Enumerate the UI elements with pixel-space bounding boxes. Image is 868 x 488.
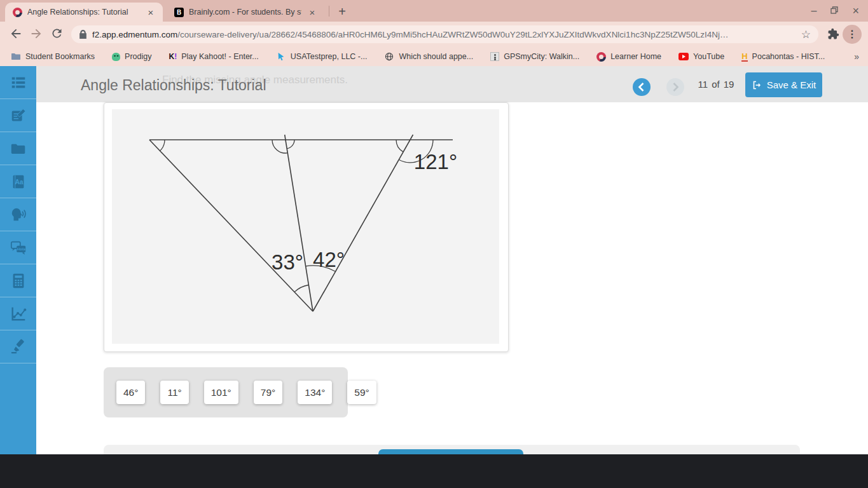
answer-chip-59[interactable]: 59° <box>347 381 376 404</box>
folder-icon <box>10 140 27 158</box>
prodigy-icon <box>112 53 120 61</box>
kahoot-icon: K! <box>169 52 177 61</box>
bookmark-youtube[interactable]: YouTube <box>679 52 724 61</box>
new-tab-button[interactable]: + <box>333 3 351 21</box>
page-title: Angle Relationships: Tutorial <box>81 77 266 94</box>
browser-menu-icon[interactable]: ⋮ <box>843 25 862 44</box>
tab-strip: Angle Relationships: Tutorial × B Brainl… <box>0 0 868 22</box>
sidebar-item-text-to-speech[interactable] <box>0 198 36 231</box>
lesson-header: Find the missing angle measurements. Ang… <box>36 66 868 102</box>
lock-icon <box>79 30 87 39</box>
url-bar[interactable]: f2.app.edmentum.com/courseware-delivery/… <box>71 25 818 43</box>
tab-title: Angle Relationships: Tutorial <box>27 8 140 17</box>
sidebar-item-resources[interactable] <box>0 132 36 165</box>
notes-icon <box>10 107 27 125</box>
sidebar-item-translate[interactable]: Hola <box>0 231 36 264</box>
svg-text:Aa: Aa <box>15 179 23 186</box>
bookmark-usatestprep[interactable]: USATestprep, LLC -... <box>276 51 368 62</box>
youtube-icon <box>679 53 689 60</box>
translate-icon: Hola <box>10 239 27 257</box>
sidebar-item-calculator[interactable] <box>0 264 36 297</box>
bookmark-kahoot[interactable]: K! Play Kahoot! - Enter... <box>169 52 258 61</box>
tab-close-icon[interactable]: × <box>307 7 318 18</box>
text-to-speech-icon <box>10 206 27 224</box>
forward-icon[interactable] <box>29 27 45 42</box>
gpsmycity-icon <box>490 52 499 61</box>
bookmarks-bar: Student Bookmarks Prodigy K! Play Kahoot… <box>0 47 868 66</box>
answer-chip-134[interactable]: 134° <box>298 381 332 404</box>
sidebar-item-notes[interactable] <box>0 99 36 132</box>
angle-figure: 121° 33° 42° <box>112 109 499 344</box>
sidebar-item-progress[interactable] <box>0 297 36 330</box>
answer-chip-101[interactable]: 101° <box>204 381 238 404</box>
answer-chip-46[interactable]: 46° <box>116 381 145 404</box>
browser-toolbar: f2.app.edmentum.com/courseware-delivery/… <box>0 22 868 47</box>
tab-brainly[interactable]: B Brainly.com - For students. By st × <box>167 3 324 22</box>
bookmark-which-should[interactable]: Which should appe... <box>384 51 473 62</box>
angle-label-33: 33° <box>272 250 303 274</box>
tab-angle-relationships[interactable]: Angle Relationships: Tutorial × <box>5 3 163 22</box>
edmentum-icon <box>596 52 606 62</box>
bookmark-pocahontas[interactable]: H Pocahontas - HIST... <box>741 52 825 62</box>
answer-chip-79[interactable]: 79° <box>254 381 282 404</box>
glossary-icon: Aa <box>10 173 27 191</box>
cursor-icon <box>276 51 286 62</box>
lesson-sidebar: Aa Hola <box>0 66 36 454</box>
progress-chart-icon <box>10 305 27 323</box>
restore-icon[interactable] <box>830 0 838 22</box>
angle-label-42: 42° <box>313 248 345 271</box>
sidebar-item-highlighter[interactable] <box>0 330 36 363</box>
brainly-favicon-icon: B <box>174 8 184 17</box>
tab-separator <box>329 6 329 17</box>
chevron-right-icon <box>666 78 684 96</box>
chromeos-shelf: Sign out 1 9:49 <box>0 454 868 488</box>
answer-options-tray: 46° 11° 101° 79° 134° 59° <box>104 367 348 417</box>
close-icon[interactable]: × <box>852 0 859 22</box>
previous-page-button[interactable] <box>633 78 651 96</box>
bookmarks-overflow-chevron[interactable]: » <box>854 51 859 62</box>
url-text: f2.app.edmentum.com/courseware-delivery/… <box>92 30 795 39</box>
next-page-button[interactable] <box>666 78 684 96</box>
answer-chip-11[interactable]: 11° <box>160 381 188 404</box>
minimize-icon[interactable]: – <box>811 0 817 22</box>
angle-label-121: 121° <box>414 150 457 173</box>
svg-text:Hola: Hola <box>17 247 25 251</box>
screen: Angle Relationships: Tutorial × B Brainl… <box>0 0 868 488</box>
save-exit-button[interactable]: Save & Exit <box>745 72 822 97</box>
chevron-left-icon <box>633 78 651 96</box>
globe-icon <box>384 51 394 62</box>
bookmark-star-icon[interactable]: ☆ <box>801 28 811 41</box>
tab-close-icon[interactable]: × <box>145 7 156 18</box>
question-figure-card: 121° 33° 42° <box>104 102 509 352</box>
toc-list-icon <box>10 74 27 92</box>
bookmark-prodigy[interactable]: Prodigy <box>112 52 151 61</box>
sidebar-item-glossary[interactable]: Aa <box>0 165 36 198</box>
edmentum-favicon-icon <box>13 8 22 17</box>
highlighter-icon <box>10 338 27 356</box>
folder-icon <box>11 51 21 62</box>
bookmark-student-bookmarks[interactable]: Student Bookmarks <box>11 51 95 62</box>
calculator-icon <box>10 272 27 290</box>
page-counter: 11of19 <box>691 79 741 90</box>
history-channel-icon: H <box>741 52 747 62</box>
extensions-puzzle-icon[interactable] <box>827 28 843 43</box>
reload-icon[interactable] <box>50 27 65 42</box>
tab-title: Brainly.com - For students. By st <box>189 8 301 17</box>
bookmark-gpsmycity[interactable]: GPSmyCity: Walkin... <box>490 52 579 61</box>
window-controls: – × <box>811 0 864 22</box>
bookmark-learner-home[interactable]: Learner Home <box>596 52 661 62</box>
angle-figure-svg: 121° 33° 42° <box>112 109 499 344</box>
back-icon[interactable] <box>9 27 24 42</box>
exit-icon <box>752 80 762 90</box>
sidebar-item-toc[interactable] <box>0 66 36 99</box>
